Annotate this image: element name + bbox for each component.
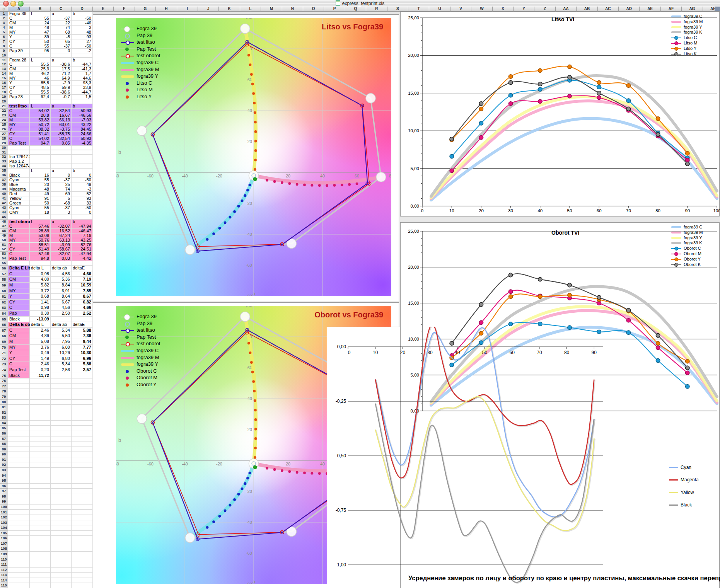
cell-D72[interactable]: 6,96 <box>72 356 93 362</box>
cell-A109[interactable] <box>8 552 30 557</box>
cell-B60[interactable]: 3,72 <box>30 288 51 294</box>
cell-B101[interactable] <box>30 510 51 515</box>
row-header-67[interactable]: 67 <box>0 328 8 334</box>
cell-C8[interactable]: -37 <box>51 44 72 49</box>
cell-A92[interactable] <box>8 462 30 468</box>
cell-A74[interactable]: Pap Test <box>8 367 30 373</box>
row-header-59[interactable]: 59 <box>0 283 8 288</box>
cell-A30[interactable] <box>8 146 30 150</box>
cell-A112[interactable] <box>8 568 30 573</box>
row-header-18[interactable]: 18 <box>0 90 8 95</box>
cell-C60[interactable]: 6,91 <box>51 288 72 294</box>
cell-C44[interactable]: 3 <box>51 210 72 215</box>
row-header-70[interactable]: 70 <box>0 345 8 351</box>
cell-D95[interactable] <box>72 478 93 484</box>
cell-B97[interactable] <box>30 489 51 494</box>
cell-A49[interactable]: M <box>8 233 30 238</box>
cell-D30[interactable] <box>72 146 93 150</box>
row-header-78[interactable]: 78 <box>0 389 8 394</box>
cell-B89[interactable] <box>30 447 51 452</box>
cell-B92[interactable] <box>30 462 51 468</box>
row-header-86[interactable]: 86 <box>0 431 8 436</box>
row-header-24[interactable]: 24 <box>0 118 8 123</box>
row-header-12[interactable]: 12 <box>0 62 8 67</box>
cell-A88[interactable] <box>8 441 30 447</box>
cell-B25[interactable]: 50,72 <box>30 123 51 127</box>
cell-B91[interactable] <box>30 457 51 463</box>
cell-D5[interactable]: 48 <box>72 30 93 35</box>
cell-C68[interactable]: 5,50 <box>51 333 72 339</box>
row-header-99[interactable]: 99 <box>0 499 8 504</box>
row-header-114[interactable]: 114 <box>0 578 8 583</box>
cell-B44[interactable]: 18 <box>30 210 51 215</box>
cell-A95[interactable] <box>8 478 30 484</box>
cell-B64[interactable]: 0,30 <box>30 311 51 317</box>
row-header-29[interactable]: 29 <box>0 141 8 146</box>
cell-C98[interactable] <box>51 494 72 499</box>
cell-C104[interactable] <box>51 525 72 531</box>
cell-B113[interactable] <box>30 573 51 578</box>
cell-D66[interactable]: deltaE <box>72 322 93 328</box>
cell-A77[interactable] <box>8 384 30 389</box>
cell-B10[interactable] <box>30 53 51 58</box>
cell-B105[interactable] <box>30 531 51 536</box>
row-header-112[interactable]: 112 <box>0 568 8 573</box>
cell-A26[interactable]: Y <box>8 127 30 132</box>
column-header-M[interactable]: M <box>261 7 282 12</box>
cell-C113[interactable] <box>51 573 72 578</box>
cell-A71[interactable]: Y <box>8 350 30 356</box>
cell-B19[interactable]: 92,4 <box>30 95 51 99</box>
cell-D55[interactable] <box>72 261 93 266</box>
litso-gamut-chart[interactable]: -80-60-40-202040608010080604020-20-40-60… <box>93 14 399 301</box>
cell-D76[interactable] <box>72 378 93 384</box>
cell-C84[interactable] <box>51 421 72 426</box>
row-header-1[interactable]: 1 <box>0 12 8 16</box>
cell-A60[interactable]: MY <box>8 288 30 294</box>
cell-A75[interactable]: Black <box>8 373 30 379</box>
cell-C109[interactable] <box>51 552 72 557</box>
cell-D80[interactable] <box>72 400 93 405</box>
cell-B45[interactable] <box>30 215 51 220</box>
cell-A70[interactable]: MY <box>8 345 30 351</box>
column-header-AC[interactable]: AC <box>598 7 619 12</box>
cell-A46[interactable]: test oborot <box>8 220 30 224</box>
cell-C91[interactable] <box>51 457 72 463</box>
row-header-84[interactable]: 84 <box>0 421 8 426</box>
cell-C89[interactable] <box>51 447 72 452</box>
row-header-15[interactable]: 15 <box>0 76 8 81</box>
cell-B30[interactable] <box>30 146 51 150</box>
cell-D96[interactable] <box>72 484 93 489</box>
cell-A62[interactable]: CY <box>8 300 30 305</box>
column-header-L[interactable]: L <box>240 7 261 12</box>
row-header-40[interactable]: 40 <box>0 192 8 196</box>
row-header-105[interactable]: 105 <box>0 531 8 536</box>
row-header-55[interactable]: 55 <box>0 261 8 266</box>
cell-B86[interactable] <box>30 431 51 436</box>
cell-D44[interactable]: 0 <box>72 210 93 215</box>
cell-C54[interactable]: 0,83 <box>51 256 72 261</box>
cell-B112[interactable] <box>30 568 51 573</box>
cell-C48[interactable]: 16,52 <box>51 229 72 233</box>
cell-C64[interactable]: 2,50 <box>51 311 72 317</box>
cell-A28[interactable]: C <box>8 136 30 141</box>
cell-D54[interactable]: -4,42 <box>72 256 93 261</box>
row-header-32[interactable]: 32 <box>0 155 8 159</box>
cell-C103[interactable] <box>51 520 72 526</box>
column-header-O[interactable]: O <box>303 7 324 12</box>
column-header-Q[interactable]: Q <box>345 7 366 12</box>
cell-C67[interactable]: 5,34 <box>51 328 72 334</box>
column-header-AB[interactable]: AB <box>577 7 597 12</box>
cell-A72[interactable]: CY <box>8 356 30 362</box>
cell-A58[interactable]: CM <box>8 277 30 283</box>
column-header-I[interactable]: I <box>177 7 198 12</box>
cell-A56[interactable]: Delta E Lits <box>8 266 30 271</box>
cell-D68[interactable]: 7,36 <box>72 333 93 339</box>
row-header-79[interactable]: 79 <box>0 394 8 400</box>
cell-C63[interactable]: 4,56 <box>51 305 72 311</box>
cell-A68[interactable]: CM <box>8 333 30 339</box>
cell-C82[interactable] <box>51 410 72 416</box>
row-header-90[interactable]: 90 <box>0 452 8 457</box>
cell-B55[interactable] <box>30 261 51 266</box>
cell-B103[interactable] <box>30 520 51 526</box>
column-header-U[interactable]: U <box>429 7 450 12</box>
